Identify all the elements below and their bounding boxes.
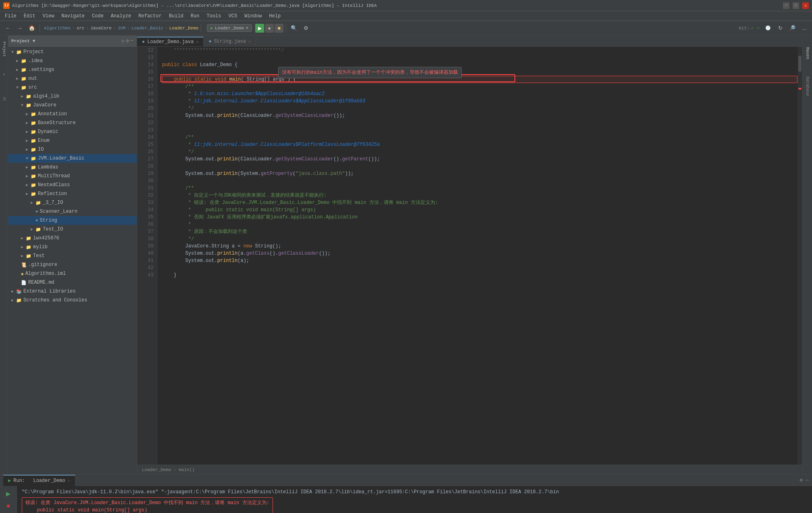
- left-tab-favorites[interactable]: ★: [1, 62, 7, 86]
- menu-tools[interactable]: Tools: [204, 12, 225, 20]
- tab-close-icon[interactable]: ✕: [196, 39, 198, 44]
- tree-item-mylib[interactable]: ▶ 📁 mylib: [8, 243, 137, 251]
- run-config-selector[interactable]: ▶ Loader_Demo ▼: [207, 24, 252, 32]
- menu-window[interactable]: Window: [241, 12, 265, 20]
- close-button[interactable]: ✕: [802, 2, 809, 9]
- code-lines[interactable]: 没有可执行的main方法，因为不会使用了一个个冲突的类，导致不会被编译器加载 *…: [157, 47, 797, 465]
- tree-item-external-libs[interactable]: ▶ 📚 External Libraries: [8, 287, 137, 296]
- tree-item-javacore[interactable]: ▼ 📁 JavaCore: [8, 101, 137, 110]
- toolbar-home-btn[interactable]: 🏠: [27, 23, 37, 33]
- folder-icon: 📁: [21, 67, 27, 73]
- project-settings-icon[interactable]: ⚙: [126, 38, 129, 44]
- tree-item-annotation[interactable]: ▶ 📁 Annotation: [8, 110, 137, 118]
- tree-item-basestructure[interactable]: ▶ 📁 BaseStructure: [8, 118, 137, 127]
- tree-item-scanner-learn[interactable]: ▶ ● Scanner_Learn: [8, 207, 137, 216]
- code-line-24: /**: [162, 134, 797, 141]
- breadcrumb-src[interactable]: src: [77, 26, 85, 31]
- minimize-button[interactable]: −: [783, 2, 789, 9]
- menu-build[interactable]: Build: [166, 12, 187, 20]
- code-line-35: * 否则 JavaFX 应用程序类必须扩展javafx.application.…: [162, 214, 797, 221]
- build-button[interactable]: ■: [275, 24, 283, 33]
- menu-analyze[interactable]: Analyze: [108, 12, 134, 20]
- tree-item-3-7-io[interactable]: ▶ 📁 _3_7_IO: [8, 198, 137, 207]
- tree-item-settings[interactable]: ▶ 📁 .settings: [8, 65, 137, 74]
- tree-item-multithread[interactable]: ▶ 📁 MultiThread: [8, 172, 137, 181]
- editor-scrollbar[interactable]: [797, 47, 802, 465]
- run-button[interactable]: ▶: [255, 24, 264, 33]
- right-tab-database[interactable]: Database: [804, 70, 811, 102]
- tree-item-algorithms-iml[interactable]: ▶ ◆ Algorithms.iml: [8, 269, 137, 278]
- hide-icon[interactable]: —: [806, 478, 809, 483]
- breadcrumb-jvm[interactable]: JVM: [117, 26, 125, 31]
- tree-item-io[interactable]: ▶ 📁 IO: [8, 145, 137, 154]
- tree-item-gitignore[interactable]: ▶ 📜 .gitignore: [8, 260, 137, 269]
- toolbar-back-btn[interactable]: ←: [2, 23, 13, 33]
- arrow-icon: ▼: [26, 156, 31, 161]
- left-tab-project[interactable]: Project: [1, 37, 7, 61]
- tree-item-project-root[interactable]: ▼ 📁 Project: [8, 48, 137, 56]
- tree-item-nestedclass[interactable]: ▶ 📁 NestedClass: [8, 181, 137, 189]
- tree-item-readme[interactable]: ▶ 📄 README.md: [8, 278, 137, 287]
- run-stop-btn[interactable]: ■: [3, 501, 14, 511]
- tab-loader-demo[interactable]: ● Loader_Demo.java ✕: [137, 37, 204, 46]
- breadcrumb-class: Loader_Demo: [142, 467, 171, 472]
- tree-label: Dynamic: [38, 129, 58, 135]
- tree-item-lwx[interactable]: ▶ 📁 lwx425876: [8, 234, 137, 243]
- settings-icon[interactable]: ⚙: [800, 477, 803, 483]
- debug-button[interactable]: ●: [265, 24, 274, 33]
- breadcrumb-loader-demo[interactable]: Loader_Demo: [169, 26, 199, 31]
- tree-item-out[interactable]: ▶ 📁 out: [8, 74, 137, 83]
- toolbar-search-everywhere-btn[interactable]: 🔎: [787, 23, 797, 33]
- code-line-43: }: [162, 272, 797, 279]
- tree-item-test-io[interactable]: ▶ 📁 Test_IO: [8, 225, 137, 234]
- tree-item-jvm-loader[interactable]: ▼ 📁 JVM.Loader_Basic: [8, 154, 137, 163]
- folder-icon: 📁: [21, 76, 27, 81]
- tree-item-src[interactable]: ▼ 📁 src: [8, 83, 137, 92]
- menu-view[interactable]: View: [40, 12, 58, 20]
- git-history-btn[interactable]: 🕐: [763, 23, 773, 33]
- menu-file[interactable]: File: [2, 12, 20, 20]
- tree-item-reflection[interactable]: ▶ 📁 Reflection: [8, 189, 137, 198]
- project-sync-icon[interactable]: ↻: [121, 38, 124, 44]
- left-tab-structure[interactable]: ☰: [1, 87, 7, 111]
- git-undo-btn[interactable]: ↻: [775, 23, 785, 33]
- run-restart-btn[interactable]: ▶: [3, 488, 14, 499]
- code-line-25: * 11:jdk.internal.loader.ClassLoaders$Pl…: [162, 141, 797, 148]
- menu-navigate[interactable]: Navigate: [58, 12, 88, 20]
- tree-item-lambdas[interactable]: ▶ 📁 Lambdas: [8, 163, 137, 172]
- tree-item-idea[interactable]: ▶ 📁 .idea: [8, 56, 137, 65]
- project-hide-icon[interactable]: —: [131, 38, 133, 44]
- menu-code[interactable]: Code: [89, 12, 107, 20]
- maximize-button[interactable]: □: [793, 2, 799, 9]
- toolbar-forward-btn[interactable]: →: [15, 23, 25, 33]
- code-line-19: * 11:jdk.internal.loader.ClassLoaders$Ap…: [162, 98, 797, 105]
- folder-icon: 📁: [31, 120, 36, 126]
- tab-string[interactable]: ● String.java ✕: [204, 37, 256, 46]
- tree-item-algs4[interactable]: ▶ 📁 algs4_lib: [8, 92, 137, 101]
- menu-run[interactable]: Run: [187, 12, 203, 20]
- tree-label: algs4_lib: [33, 93, 59, 99]
- tree-item-dynamic[interactable]: ▶ 📁 Dynamic: [8, 127, 137, 136]
- breadcrumb-javacore[interactable]: JavaCore: [90, 26, 112, 31]
- right-tab-maven[interactable]: Maven: [804, 37, 811, 69]
- arrow-icon: ▼: [16, 85, 21, 90]
- menu-refactor[interactable]: Refactor: [135, 12, 165, 20]
- menu-vcs[interactable]: VCS: [225, 12, 241, 20]
- bottom-tab-close-icon[interactable]: ✕: [68, 478, 70, 483]
- folder-icon: 📁: [26, 94, 31, 99]
- bottom-tab-run[interactable]: ▶ Run: Loader_Demo ✕: [3, 475, 75, 486]
- tree-item-string[interactable]: ▶ ● String: [8, 216, 137, 225]
- toolbar-search-btn[interactable]: 🔍: [289, 23, 299, 33]
- menu-edit[interactable]: Edit: [21, 12, 39, 20]
- arrow-icon: ▶: [26, 165, 31, 170]
- toolbar-settings-btn[interactable]: ⚙: [301, 23, 311, 33]
- tree-item-scratches[interactable]: ▶ 📁 Scratches and Consoles: [8, 296, 137, 305]
- toolbar-more-btn[interactable]: …: [799, 23, 810, 33]
- code-content[interactable]: 12 13 14 15 16 17 18 19 20 21 22 23 24 2…: [137, 47, 802, 465]
- tab-close-icon[interactable]: ✕: [248, 39, 251, 44]
- tree-item-test[interactable]: ▶ 📁 Test: [8, 251, 137, 260]
- menu-help[interactable]: Help: [266, 12, 284, 20]
- breadcrumb-algorithms[interactable]: Algorithms: [44, 26, 71, 31]
- breadcrumb-loader-basic[interactable]: Loader_Basic: [131, 26, 163, 31]
- tree-item-enum[interactable]: ▶ 📁 Enum: [8, 136, 137, 145]
